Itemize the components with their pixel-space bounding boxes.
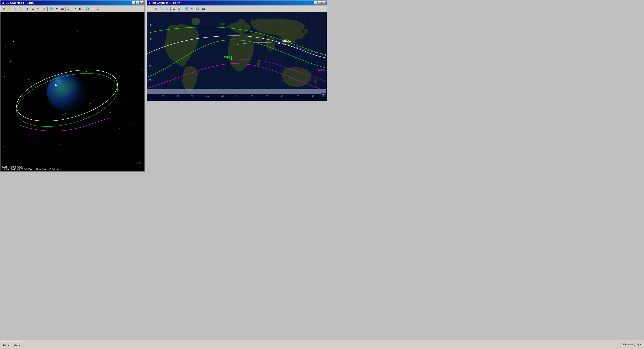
world-map-svg: MEO1 MEO2 NEO 60 30 0 -30 -60 -150 -120 … [147,12,327,101]
maximize-btn-2d[interactable]: □ [318,1,322,5]
svg-point-2 [55,84,56,86]
svg-text:150: 150 [310,95,314,97]
status-text-3d: Earth Inertial Axes 21 Sep 2022 04:00:00… [2,165,59,171]
viewport-3d[interactable]: Earth Inertial Axes 21 Sep 2022 04:00:00… [0,12,144,171]
minimize-btn-3d[interactable]: ─ [132,1,136,5]
svg-text:NEO: NEO [318,69,324,72]
title-2d: 2D Graphics 1 - Earth [152,1,314,5]
viewport-2d[interactable]: MEO1 MEO2 NEO 60 30 0 -30 -60 -150 -120 … [147,12,327,101]
tool-zoom-in-3d[interactable]: 🔍 [12,6,17,11]
window-3d: ◉ 3D Graphics 1 - Earth ─ □ ✕ 🖱 ✋ 🔍 🔍 ⊞ … [0,0,145,172]
svg-text:MEO1: MEO1 [282,39,290,42]
tool-layers-2d[interactable]: ⊟ [177,6,182,11]
svg-text:-60: -60 [148,79,152,82]
svg-text:-150: -150 [160,95,164,97]
tool-settings-3d[interactable]: ⚙ [41,6,46,11]
svg-text:30: 30 [251,95,253,97]
svg-text:-30: -30 [221,95,224,97]
map-container: MEO1 MEO2 NEO 60 30 0 -30 -60 -150 -120 … [147,12,327,101]
title-3d: 3D Graphics 1 - Earth [6,1,132,5]
tool-globe-3d[interactable]: 🌐 [48,6,54,11]
svg-text:-30: -30 [148,65,152,68]
sep2-2d [183,7,183,11]
sep1-2d [170,7,170,11]
window-icon-3d: ◉ [1,1,5,5]
window-2d: ◈ 2D Graphics 1 - Earth ─ □ ✕ 📁 🖱 🔍 🔍 ⊞ … [146,0,327,101]
tool-zoom-in-2d[interactable]: 🔍 [159,6,164,11]
sep1-3d [24,7,24,11]
svg-text:-120: -120 [175,95,180,97]
tool-cursor-2d[interactable]: 🖱 [153,6,158,11]
toolbar-3d: 🖱 ✋ 🔍 🔍 ⊞ ⊟ ↺ ⚙ 🌐 ✈ 📷 🖊 ✏ 🗑 🌍 📁 🖨 [0,6,144,12]
svg-text:0: 0 [236,95,238,97]
minimize-btn-2d[interactable]: ─ [314,1,318,5]
status-timestep: Time Step: 10.00 sec [36,168,60,171]
titlebar-buttons-2d: ─ □ ✕ [314,1,326,5]
svg-text:MEO2: MEO2 [224,56,232,59]
svg-text:30: 30 [149,38,152,41]
svg-point-23 [278,43,280,44]
svg-text:120: 120 [295,95,299,97]
tool-zoom-out-3d[interactable]: 🔍 [18,6,23,11]
tool-pan-3d[interactable]: ✋ [7,6,12,11]
svg-text:60: 60 [266,95,268,97]
tool-earth-2d[interactable]: 🌍 [195,6,200,11]
close-btn-3d[interactable]: ✕ [140,1,144,5]
tool-open-2d[interactable]: 📁 [148,6,153,11]
tool-globe-2d[interactable]: 🌐 [184,6,189,11]
tool-draw-3d[interactable]: 🖊 [67,6,72,11]
sep4-3d [84,7,84,11]
tool-grid-3d[interactable]: ⊞ [25,6,30,11]
tool-print-3d[interactable]: 🖨 [96,6,101,11]
tool-open-3d[interactable]: 📁 [90,6,96,11]
tool-rotate-3d[interactable]: ↺ [36,6,41,11]
tool-earth-3d[interactable]: 🌍 [85,6,90,11]
titlebar-2d: ◈ 2D Graphics 1 - Earth ─ □ ✕ [147,1,327,6]
taskbar-right-text: CSDN ●一代大名● [620,343,643,346]
tool-zoom-out-2d[interactable]: 🔍 [164,6,169,11]
tool-camera-2d[interactable]: 📷 [200,6,206,11]
toolbar-2d: 📁 🖱 🔍 🔍 ⊞ ⊟ 🌐 ⚙ 🌍 📷 [147,6,327,12]
svg-text:0: 0 [149,51,150,54]
orbit-svg-3d [0,12,144,171]
tool-edit-3d[interactable]: ✏ [72,6,77,11]
tool-camera-3d[interactable]: 📷 [60,6,64,11]
maximize-btn-3d[interactable]: □ [136,1,140,5]
taskbar: 3D ... 2D ... CSDN ●一代大名● [0,340,644,349]
watermark-text: △ AGI [135,161,142,164]
svg-text:-60: -60 [205,95,209,97]
svg-text:-90: -90 [190,95,194,97]
taskbar-btn-3d[interactable]: 3D ... [1,341,11,348]
titlebar-buttons-3d: ─ □ ✕ [132,1,144,5]
tool-delete-3d[interactable]: 🗑 [78,6,83,11]
sep2-3d [47,7,48,11]
svg-point-1 [11,64,123,136]
status-line2: 21 Sep 2022 04:00:00.000 [2,168,32,171]
tool-settings-2d[interactable]: ⚙ [190,6,195,11]
tool-fly-3d[interactable]: ✈ [54,6,59,11]
close-btn-2d[interactable]: ✕ [322,1,326,5]
agi-watermark: △ AGI [135,161,142,164]
status-line1: Earth Inertial Axes [2,165,22,168]
window-icon-2d: ◈ [148,1,152,5]
tool-layers-3d[interactable]: ⊟ [30,6,36,11]
svg-point-3 [110,112,111,113]
svg-text:90: 90 [280,95,283,97]
svg-rect-6 [148,89,326,94]
titlebar-3d: ◉ 3D Graphics 1 - Earth ─ □ ✕ [0,1,144,6]
taskbar-btn-2d[interactable]: 2D ... [12,341,22,348]
tool-cursor-3d[interactable]: 🖱 [1,6,6,11]
sep3-3d [66,7,66,11]
svg-text:60: 60 [149,24,152,26]
status-bar-3d: Earth Inertial Axes 21 Sep 2022 04:00:00… [0,165,144,171]
tool-grid-2d[interactable]: ⊞ [172,6,176,11]
svg-point-0 [11,60,123,131]
